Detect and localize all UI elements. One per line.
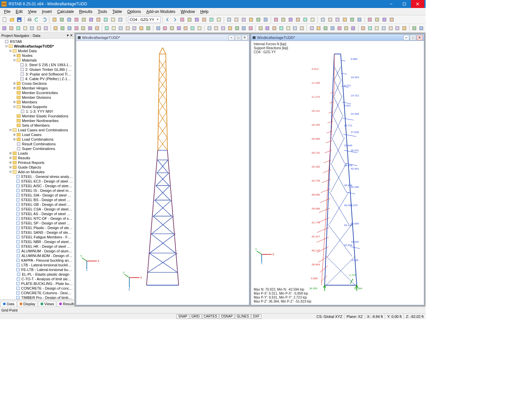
- tool1b-btn-17[interactable]: [309, 16, 316, 23]
- nav-prev-icon[interactable]: [164, 16, 171, 23]
- tool2-btn-2[interactable]: [15, 25, 21, 32]
- tree-addon-8[interactable]: STEEL AS - Design of steel membe: [0, 211, 74, 216]
- tree-material-1[interactable]: 2: Glulam Timber GL36h | EN 1: [0, 67, 74, 72]
- tree-addon-1[interactable]: STEEL EC3 - Design of steel memb: [0, 179, 74, 184]
- tool2-btn-46[interactable]: [336, 25, 342, 32]
- tree-addon-3[interactable]: STEEL IS - Design of steel member: [0, 188, 74, 193]
- tool1-btn-0[interactable]: [51, 16, 58, 23]
- menu-options[interactable]: Options: [125, 9, 144, 15]
- menu-calculate[interactable]: Calculate: [55, 9, 76, 15]
- tree-addon-14[interactable]: STEEL NBR - Design of steel memb: [0, 239, 74, 244]
- tree-ecc[interactable]: Member Eccentricities: [0, 90, 74, 95]
- tree-addon-16[interactable]: ALUMINUM - Design of aluminum: [0, 249, 74, 253]
- nav-next-icon[interactable]: [172, 16, 178, 23]
- tree-material-3[interactable]: 4: Cable PV (Pfeifer) | Z-14.7-41: [0, 76, 74, 81]
- status-toggle-osnap[interactable]: OSNAP: [219, 314, 234, 319]
- tool1-btn-3[interactable]: [73, 16, 80, 23]
- tool1-btn-1[interactable]: [59, 16, 65, 23]
- doc1-close-icon[interactable]: ✕: [242, 35, 248, 40]
- tool1b-btn-24[interactable]: [366, 16, 373, 23]
- tool1b-btn-22[interactable]: [349, 16, 355, 23]
- tool1b-btn-9[interactable]: [248, 16, 254, 23]
- tool1-btn-7[interactable]: [102, 16, 109, 23]
- tool2-btn-18[interactable]: [131, 25, 138, 32]
- doc-canvas-1[interactable]: X Y Z X Y Z: [76, 41, 249, 305]
- tool2-btn-22[interactable]: [162, 25, 168, 32]
- tree-addon-4[interactable]: STEEL SIA - Design of steel membe: [0, 193, 74, 198]
- tree-nodes[interactable]: ⊞Nodes: [0, 53, 74, 58]
- doc2-close-icon[interactable]: ✕: [417, 35, 423, 40]
- tree-addon-26[interactable]: TIMBER Pro - Design of timber me: [0, 295, 74, 299]
- tool2-btn-13[interactable]: [94, 25, 100, 32]
- tool2-btn-4[interactable]: [29, 25, 35, 32]
- tree-addon-20[interactable]: FE-LTB - Lateral-torsional buckling: [0, 267, 74, 272]
- tool2-btn-54[interactable]: [394, 25, 401, 32]
- tool1-btn-5[interactable]: [88, 16, 94, 23]
- menu-help[interactable]: Help: [198, 9, 211, 15]
- menu-window[interactable]: Window: [178, 9, 198, 15]
- minimize-button[interactable]: [384, 0, 398, 8]
- tool1b-btn-25[interactable]: [374, 16, 380, 23]
- tool1b-btn-19[interactable]: [327, 16, 333, 23]
- tool2-btn-27[interactable]: [197, 25, 203, 32]
- tree-addon-2[interactable]: STEEL AISC - Design of steel meml: [0, 184, 74, 188]
- menu-file[interactable]: File: [1, 9, 13, 15]
- tool2-btn-7[interactable]: [53, 25, 59, 32]
- tool2-btn-30[interactable]: [220, 25, 226, 32]
- tree-addon-5[interactable]: STEEL BS - Design of steel membe: [0, 198, 74, 202]
- tool1b-btn-0[interactable]: [179, 16, 186, 23]
- tool1b-btn-12[interactable]: [273, 16, 279, 23]
- tool2-btn-45[interactable]: [330, 25, 336, 32]
- nav-tab-results[interactable]: Results: [57, 301, 74, 307]
- tool1b-btn-1[interactable]: [186, 16, 193, 23]
- tool2-btn-49[interactable]: [360, 25, 366, 32]
- tool2-btn-57[interactable]: [418, 25, 424, 32]
- open-icon[interactable]: [9, 16, 15, 23]
- doc1-min-icon[interactable]: ‒: [228, 35, 234, 40]
- tool1b-btn-10[interactable]: [255, 16, 262, 23]
- tool2-btn-39[interactable]: [285, 25, 291, 32]
- tool2-btn-11[interactable]: [80, 25, 86, 32]
- tree-elastic[interactable]: Member Elastic Foundations: [0, 114, 74, 118]
- menu-insert[interactable]: Insert: [39, 9, 55, 15]
- tool2-btn-16[interactable]: [118, 25, 124, 32]
- tool2-btn-38[interactable]: [278, 25, 285, 32]
- tool1b-btn-2[interactable]: [194, 16, 200, 23]
- save-icon[interactable]: [16, 16, 23, 23]
- load-case-combo[interactable]: CO4 - GZG YY▼: [128, 16, 161, 23]
- tool2-btn-12[interactable]: [87, 25, 93, 32]
- tool1b-btn-26[interactable]: [381, 16, 388, 23]
- tool1b-btn-11[interactable]: [262, 16, 269, 23]
- close-button[interactable]: [411, 0, 424, 8]
- tool1b-btn-16[interactable]: [302, 16, 309, 23]
- tool2-btn-52[interactable]: [381, 25, 387, 32]
- menu-view[interactable]: View: [25, 9, 39, 15]
- tool2-btn-0[interactable]: [1, 25, 8, 32]
- tool1-btn-6[interactable]: [95, 16, 102, 23]
- tool2-btn-8[interactable]: [60, 25, 66, 32]
- tool1-btn-2[interactable]: [66, 16, 72, 23]
- tool1b-btn-6[interactable]: [226, 16, 232, 23]
- doc2-min-icon[interactable]: ‒: [403, 35, 409, 40]
- tree-addon-19[interactable]: LTB - Lateral-torsional buckling ar: [0, 263, 74, 267]
- tool2-btn-15[interactable]: [111, 25, 117, 32]
- tool1b-btn-3[interactable]: [201, 16, 207, 23]
- tool2-btn-51[interactable]: [374, 25, 380, 32]
- tool2-btn-3[interactable]: [22, 25, 28, 32]
- tree-addon-15[interactable]: STEEL HK - Design of steel membe: [0, 244, 74, 249]
- status-toggle-dxf[interactable]: DXF: [251, 314, 261, 319]
- tool2-btn-6[interactable]: [43, 25, 49, 32]
- tool1b-btn-27[interactable]: [388, 16, 395, 23]
- tree-guide[interactable]: ⊞Guide Objects: [0, 165, 74, 170]
- tool2-btn-31[interactable]: [227, 25, 233, 32]
- tree-materials[interactable]: ⊟Materials: [0, 58, 74, 63]
- tree-addon-10[interactable]: STEEL SP - Design of steel membe: [0, 221, 74, 225]
- maximize-button[interactable]: [398, 0, 411, 8]
- tool1b-btn-13[interactable]: [280, 16, 287, 23]
- tool2-btn-19[interactable]: [138, 25, 145, 32]
- menu-edit[interactable]: Edit: [13, 9, 25, 15]
- tool1b-btn-20[interactable]: [334, 16, 341, 23]
- tool2-btn-25[interactable]: [183, 25, 189, 32]
- tree-lcc-1[interactable]: ⊞Load Combinations: [0, 137, 74, 142]
- tree-sets[interactable]: Sets of Members: [0, 123, 74, 128]
